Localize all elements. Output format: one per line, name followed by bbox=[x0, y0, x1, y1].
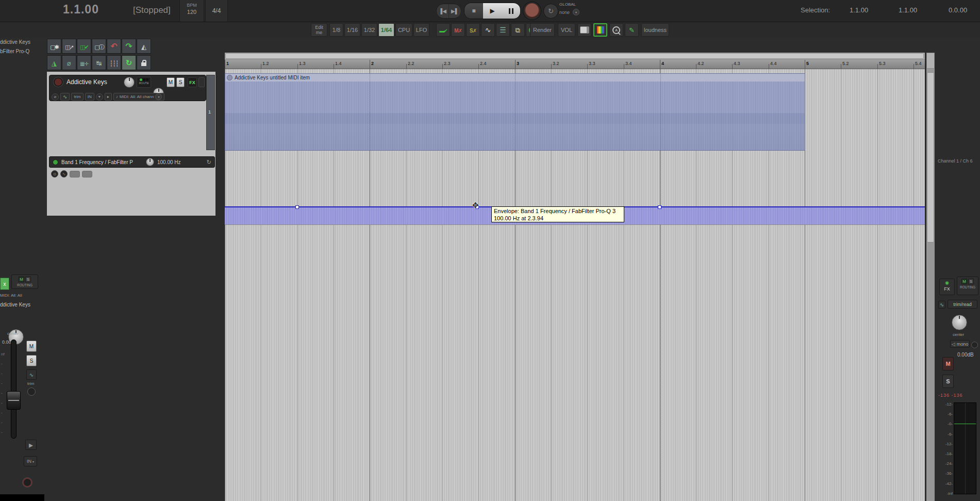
volume-fader-groove[interactable] bbox=[11, 340, 16, 439]
track-solo-button[interactable]: S bbox=[176, 77, 185, 87]
open-project-button[interactable] bbox=[62, 39, 76, 54]
zoom-selection-button[interactable]: A bbox=[609, 23, 623, 37]
left-input-button[interactable]: IN ▾ bbox=[24, 456, 37, 466]
monitor-button[interactable]: ▸ bbox=[105, 93, 112, 101]
envelope-lane-header[interactable]: Band 1 Frequency / FabFilter P 100.00 Hz… bbox=[49, 156, 215, 168]
track-mute-button[interactable]: M bbox=[167, 77, 175, 87]
mono-button[interactable]: ◁ mono bbox=[950, 340, 970, 348]
left-midi-routing-label[interactable]: MIDI: All: All bbox=[0, 293, 22, 298]
routing-solo-icon[interactable]: S bbox=[25, 277, 31, 282]
left-trim-envelope-icon[interactable]: ∿ bbox=[26, 369, 37, 380]
redo-button[interactable] bbox=[122, 39, 136, 54]
trim-button[interactable]: trim bbox=[71, 93, 83, 101]
envelope-value[interactable]: 100.00 Hz bbox=[157, 159, 207, 165]
volume-fader-handle[interactable] bbox=[7, 391, 21, 410]
volume-readout[interactable]: 0.00dB bbox=[957, 352, 974, 358]
bypass-fx-button[interactable] bbox=[62, 55, 76, 70]
track-volume-knob[interactable] bbox=[124, 77, 135, 88]
grid-snap-button[interactable] bbox=[107, 55, 121, 70]
render-button[interactable]: Render bbox=[530, 23, 555, 37]
bpm-display[interactable]: BPM 120 bbox=[179, 0, 204, 22]
vertical-scrollbar-thumb[interactable] bbox=[927, 72, 934, 243]
envelope-wave-button[interactable] bbox=[481, 23, 495, 37]
peak-readout[interactable]: -136 -136 bbox=[938, 393, 963, 398]
envelope-visibility-button[interactable] bbox=[47, 55, 61, 70]
snap-button-1-16[interactable]: 1/16 bbox=[344, 23, 360, 37]
track-fx-button[interactable]: FX bbox=[188, 77, 197, 87]
repeat-button[interactable]: ↻ bbox=[543, 4, 558, 19]
input-button[interactable]: IN bbox=[85, 93, 94, 101]
horizontal-scrollbar[interactable] bbox=[225, 53, 925, 60]
envelope-icon[interactable]: ∿ bbox=[60, 93, 70, 101]
vol-button[interactable]: VOL bbox=[558, 23, 575, 37]
new-project-button[interactable] bbox=[47, 39, 61, 54]
global-automation-widget[interactable]: GLOBAL none ▾ bbox=[559, 2, 579, 15]
grouping-button[interactable] bbox=[77, 55, 91, 70]
snap-button-1-64[interactable]: 1/64 bbox=[378, 23, 394, 37]
global-value[interactable]: none bbox=[559, 10, 570, 15]
docker-tab-fabfilter[interactable]: bFilter Pro-Q bbox=[0, 49, 29, 54]
width-knob[interactable] bbox=[971, 342, 978, 348]
timeline-ruler[interactable]: 11.21.31.422.22.32.433.23.33.444.24.34.4… bbox=[225, 60, 925, 69]
mixer-pan-knob[interactable] bbox=[952, 315, 967, 330]
envelope-bypass-icon[interactable]: ⊙ bbox=[51, 170, 58, 177]
record-arm-icon[interactable] bbox=[54, 77, 63, 87]
left-mixer-mute-button[interactable]: M bbox=[26, 341, 37, 352]
video-monitor-button[interactable] bbox=[577, 23, 591, 37]
bpm-value[interactable]: 120 bbox=[180, 9, 204, 15]
list-lines-button[interactable] bbox=[496, 23, 510, 37]
automation-envelope-icon[interactable]: ∿ bbox=[938, 301, 945, 309]
envelope-value-knob[interactable] bbox=[146, 158, 154, 166]
mixer-routing-button[interactable]: M S ROUTING bbox=[957, 277, 978, 295]
left-mixer-routing-button[interactable]: M S ROUTING bbox=[11, 274, 38, 289]
left-width-knob[interactable] bbox=[27, 387, 36, 396]
docker-tab-addictive-keys[interactable]: ddictive Keys bbox=[0, 39, 30, 45]
route-button[interactable]: ROUTE bbox=[137, 77, 151, 88]
midi-routing-button[interactable]: ♪ MIDI: All: All chann ▾ bbox=[113, 93, 165, 101]
snap-button-CPU[interactable]: CPU bbox=[395, 23, 412, 37]
output-meter[interactable] bbox=[954, 402, 976, 494]
edit-me-button[interactable]: Edit me bbox=[311, 23, 327, 37]
routing-solo-icon[interactable]: S bbox=[968, 279, 974, 284]
arrange-body[interactable]: Addictive Keys untitled MIDI item ✥ Enve… bbox=[225, 69, 925, 501]
go-to-end-button[interactable]: ▶▌ bbox=[449, 4, 461, 18]
envelope-settings-icon[interactable]: ↻ bbox=[207, 159, 211, 166]
project-info-button[interactable] bbox=[92, 39, 106, 54]
input-dropdown-icon[interactable]: ▾ bbox=[96, 93, 103, 101]
envelope-name[interactable]: Band 1 Frequency / FabFilter P bbox=[61, 159, 144, 165]
mixer-fx-button[interactable]: ◉ FX bbox=[939, 279, 955, 295]
loudness-button[interactable]: loudness bbox=[641, 23, 669, 37]
ripple-edit-button[interactable] bbox=[122, 55, 136, 70]
horizontal-scrollbar-thumb[interactable] bbox=[225, 53, 924, 59]
snap-button-1-32[interactable]: 1/32 bbox=[361, 23, 377, 37]
mixer-solo-button[interactable]: S bbox=[942, 375, 954, 388]
selection-length[interactable]: 0.0.00 bbox=[949, 6, 967, 14]
snap-button-1-8[interactable]: 1/8 bbox=[329, 23, 343, 37]
track-header[interactable]: Addictive Keys ROUTE M S FX ⌀ ∿ trim IN … bbox=[49, 75, 206, 101]
theme-color-button[interactable] bbox=[593, 23, 607, 37]
routing-mute-icon[interactable]: M bbox=[19, 277, 24, 282]
time-signature[interactable]: 4/4 bbox=[205, 0, 228, 22]
envelope-active-dot-icon[interactable] bbox=[53, 159, 58, 165]
automation-mode-button[interactable]: trim/read bbox=[948, 300, 977, 309]
go-to-start-button[interactable]: ▐◀ bbox=[437, 4, 449, 18]
record-button[interactable] bbox=[523, 2, 541, 20]
left-mixer-solo-button[interactable]: S bbox=[26, 355, 37, 366]
track-meter-column[interactable]: 1 bbox=[206, 75, 215, 150]
pause-button[interactable] bbox=[502, 3, 520, 19]
metronome-button[interactable] bbox=[137, 39, 151, 54]
left-volume-readout[interactable]: 0.00 bbox=[2, 340, 11, 345]
vertical-scrollbar[interactable]: ✚ bbox=[926, 69, 935, 501]
chevron-down-icon[interactable]: ▾ bbox=[155, 93, 162, 100]
unmute-all-button[interactable] bbox=[451, 23, 465, 37]
undo-button[interactable] bbox=[107, 39, 121, 54]
envelope-point-3[interactable] bbox=[658, 205, 661, 209]
left-record-arm-icon[interactable] bbox=[23, 478, 32, 487]
play-position-display[interactable]: 1.1.00 bbox=[63, 3, 99, 17]
envelope-shape-icon[interactable]: ∿ bbox=[60, 170, 68, 177]
chevron-down-icon[interactable]: ▾ bbox=[573, 9, 579, 15]
phase-icon[interactable]: ⌀ bbox=[52, 93, 59, 101]
routing-mute-icon[interactable]: M bbox=[961, 279, 967, 284]
paint-tool-button[interactable]: ✎ bbox=[625, 23, 639, 37]
left-monitor-button[interactable]: ▸ bbox=[25, 440, 37, 450]
